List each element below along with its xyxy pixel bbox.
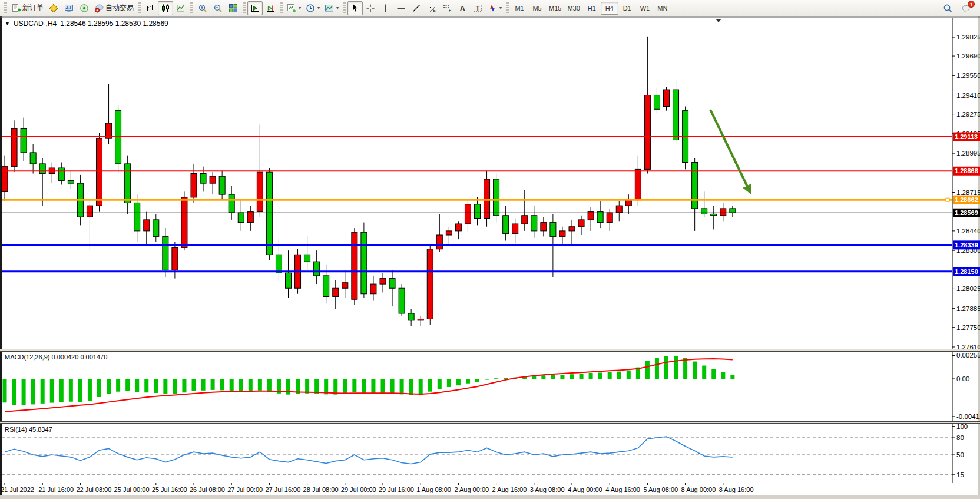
arrows-button[interactable]: ▾ bbox=[485, 1, 504, 15]
chevron-down-icon[interactable]: ▾ bbox=[299, 5, 301, 11]
vertical-line-button[interactable] bbox=[378, 1, 393, 15]
time-axis-label[interactable]: 4 Aug 16:00 bbox=[605, 486, 640, 493]
svg-text:F: F bbox=[449, 8, 451, 12]
time-axis-label[interactable]: 8 Aug 16:00 bbox=[719, 486, 754, 493]
chart-canvas[interactable]: 1.298251.296901.295501.294101.292751.291… bbox=[0, 16, 980, 499]
chart-shift-button[interactable] bbox=[263, 1, 278, 15]
new-order-button[interactable]: 新订单 bbox=[9, 1, 46, 15]
candlestick-button[interactable] bbox=[158, 1, 173, 15]
text-button[interactable]: A bbox=[455, 1, 470, 15]
indicators-button[interactable]: ▾ bbox=[284, 1, 303, 15]
hline-drag-handle[interactable] bbox=[946, 198, 949, 201]
time-axis-label[interactable]: 27 Jul 00:00 bbox=[227, 486, 263, 493]
templates-button[interactable]: ▾ bbox=[322, 1, 341, 15]
candle-body bbox=[286, 273, 292, 288]
timeframe-m1-button[interactable]: M1 bbox=[511, 2, 528, 15]
line-chart-button[interactable] bbox=[173, 1, 188, 15]
zoom-out-button[interactable] bbox=[210, 1, 226, 15]
candle-body bbox=[654, 95, 660, 110]
price-line-label: 1.29113 bbox=[955, 133, 978, 140]
time-axis-label[interactable]: 1 Aug 08:00 bbox=[416, 486, 451, 493]
timeframe-h1-button[interactable]: H1 bbox=[583, 2, 601, 15]
chart-ohlc-values: 1.28546 1.28595 1.28530 1.28569 bbox=[60, 19, 168, 28]
macd-histogram-bar bbox=[324, 379, 328, 394]
candle-body bbox=[522, 216, 528, 224]
macd-histogram-bar bbox=[249, 379, 253, 392]
macd-axis-label: -0.004124 bbox=[956, 413, 980, 420]
price-axis-label: 1.29275 bbox=[956, 111, 980, 118]
timeframe-m15-button[interactable]: M15 bbox=[546, 2, 564, 15]
candle-body bbox=[266, 172, 272, 255]
time-axis-label[interactable]: 5 Aug 08:00 bbox=[643, 486, 678, 493]
timeframe-d1-button[interactable]: D1 bbox=[618, 2, 636, 15]
candle-body bbox=[304, 255, 310, 262]
time-axis-label[interactable]: 22 Jul 08:00 bbox=[76, 486, 111, 493]
timeframe-m5-button[interactable]: M5 bbox=[528, 2, 546, 15]
candle-body bbox=[711, 214, 717, 215]
time-axis-label[interactable]: 21 Jul 2022 bbox=[1, 486, 34, 493]
candle-body bbox=[673, 90, 679, 140]
cursor-button[interactable] bbox=[347, 1, 363, 15]
macd-histogram-bar bbox=[333, 379, 337, 395]
notifications-button[interactable]: 1 bbox=[959, 1, 974, 15]
candle-body bbox=[664, 90, 670, 106]
chevron-down-icon[interactable]: ▾ bbox=[336, 5, 339, 11]
toolbar-group-handle[interactable] bbox=[243, 2, 246, 14]
signals-button[interactable] bbox=[77, 1, 92, 15]
one-click-trading-expander-icon[interactable]: ▼ bbox=[5, 21, 10, 27]
zoom-in-button[interactable] bbox=[195, 1, 210, 15]
time-axis-label[interactable]: 29 Jul 16:00 bbox=[379, 486, 414, 493]
time-axis-label[interactable]: 4 Aug 00:00 bbox=[568, 486, 602, 493]
trendline-button[interactable] bbox=[409, 1, 424, 15]
toolbar-group-handle[interactable] bbox=[4, 2, 7, 14]
toolbar-group-handle[interactable] bbox=[506, 2, 509, 14]
time-axis-label[interactable]: 2 Aug 16:00 bbox=[492, 486, 527, 493]
macd-histogram-bar bbox=[362, 379, 366, 393]
time-axis-label[interactable]: 3 Aug 08:00 bbox=[530, 486, 565, 493]
macd-indicator-label: MACD(12,26,9) 0.000420 0.001470 bbox=[5, 353, 107, 361]
time-axis-label[interactable]: 28 Jul 08:00 bbox=[303, 486, 339, 493]
candle-body bbox=[21, 129, 27, 153]
market-watch-button[interactable] bbox=[61, 1, 77, 15]
timeframe-mn-button[interactable]: MN bbox=[654, 2, 671, 15]
channel-icon: E bbox=[427, 4, 436, 13]
candle-body bbox=[720, 209, 726, 216]
macd-histogram-bar bbox=[532, 376, 536, 379]
tile-windows-icon bbox=[229, 4, 238, 13]
search-button[interactable] bbox=[940, 1, 955, 15]
time-axis-label[interactable]: 25 Jul 00:00 bbox=[114, 486, 150, 493]
chevron-down-icon[interactable]: ▾ bbox=[317, 5, 320, 11]
auto-scroll-button[interactable] bbox=[247, 1, 263, 15]
window-bottom-strip bbox=[0, 495, 980, 499]
timeframe-m30-button[interactable]: M30 bbox=[564, 2, 582, 15]
time-axis-label[interactable]: 27 Jul 16:00 bbox=[265, 486, 300, 493]
bar-chart-button[interactable] bbox=[143, 1, 158, 15]
fibonacci-button[interactable]: F bbox=[439, 1, 455, 15]
tile-windows-button[interactable] bbox=[226, 1, 241, 15]
candle-body bbox=[200, 174, 206, 184]
macd-histogram-bar bbox=[69, 379, 73, 402]
time-axis-label[interactable]: 29 Jul 00:00 bbox=[341, 486, 376, 493]
terminal-window: 新订单自动交易▾▾▾EFAT▾M1M5M15M30H1H4D1W1MN1 1.2… bbox=[0, 0, 980, 499]
ticket-button[interactable] bbox=[46, 1, 61, 15]
equidistant-channel-button[interactable]: E bbox=[424, 1, 439, 15]
periods-button[interactable]: ▾ bbox=[303, 1, 322, 15]
chevron-down-icon[interactable]: ▾ bbox=[499, 5, 502, 11]
toolbar-group-handle[interactable] bbox=[280, 2, 283, 14]
window-right-edge bbox=[978, 16, 980, 499]
autotrading-button[interactable]: 自动交易 bbox=[92, 1, 136, 15]
time-axis-label[interactable]: 21 Jul 16:00 bbox=[38, 486, 74, 493]
time-axis-label[interactable]: 25 Jul 16:00 bbox=[152, 486, 187, 493]
toolbar-group-handle[interactable] bbox=[343, 2, 346, 14]
macd-histogram-bar bbox=[570, 374, 574, 379]
timeframe-w1-button[interactable]: W1 bbox=[636, 2, 654, 15]
toolbar-group-handle[interactable] bbox=[190, 2, 193, 14]
time-axis-label[interactable]: 2 Aug 00:00 bbox=[454, 486, 489, 493]
horizontal-line-button[interactable] bbox=[393, 1, 409, 15]
time-axis-label[interactable]: 26 Jul 08:00 bbox=[190, 486, 225, 493]
crosshair-button[interactable] bbox=[363, 1, 378, 15]
toolbar-group-handle[interactable] bbox=[138, 2, 141, 14]
time-axis-label[interactable]: 8 Aug 00:00 bbox=[681, 486, 716, 493]
timeframe-h4-button[interactable]: H4 bbox=[601, 2, 618, 15]
text-label-button[interactable]: T bbox=[470, 1, 485, 15]
